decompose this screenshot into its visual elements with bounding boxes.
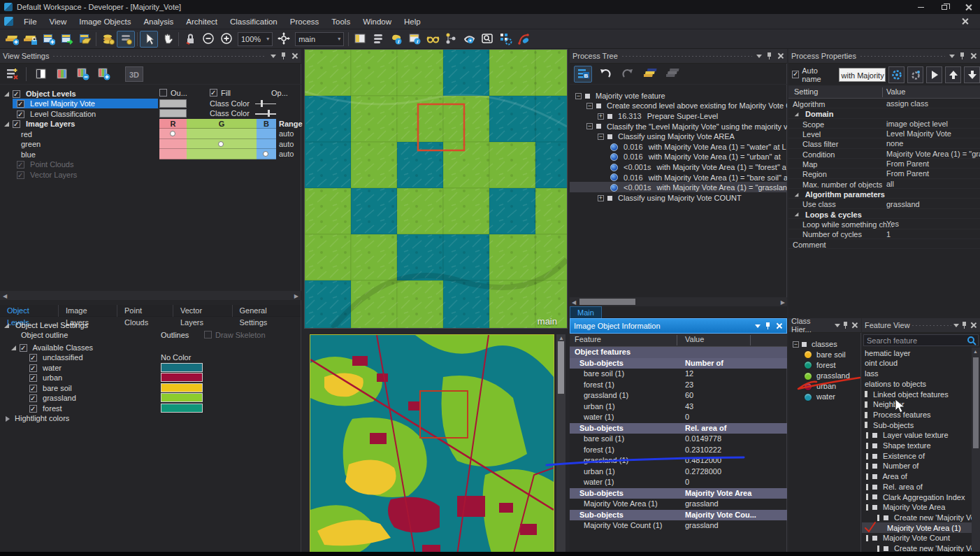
expand-icon[interactable] [4, 122, 9, 127]
close-button[interactable] [956, 0, 980, 14]
column-setting[interactable]: Setting [794, 87, 818, 96]
expand-icon[interactable]: − [575, 93, 582, 99]
save-stack-icon[interactable] [99, 31, 117, 48]
feature-item[interactable]: Layer value texture [862, 430, 972, 441]
pp-group-header[interactable]: Algorithm parameters [788, 189, 980, 199]
close-icon[interactable] [970, 322, 976, 328]
grid-settings-icon[interactable] [496, 31, 514, 48]
process-node[interactable]: − Classify using Majority Vote AREA [570, 131, 787, 141]
feature-item[interactable]: elations to objects [862, 378, 972, 389]
document-close-icon[interactable] [958, 15, 972, 29]
expand-icon[interactable]: − [586, 103, 593, 109]
feature-item[interactable]: Process features [862, 409, 972, 420]
level-checkbox[interactable] [17, 111, 24, 118]
layer-plus-icon[interactable] [94, 66, 113, 83]
feature-item[interactable]: Neighbor [862, 399, 972, 410]
tab-point-clouds[interactable]: Point Clouds [117, 305, 173, 317]
pp-row[interactable]: Algorithmassign class [788, 99, 980, 108]
tab-image-layers[interactable]: Image Layers [59, 305, 117, 317]
close-icon[interactable] [776, 323, 781, 329]
object-levels-checkbox[interactable] [13, 90, 20, 98]
pt-stack-gray-icon[interactable] [663, 66, 682, 83]
panel-menu-icon[interactable] [953, 324, 959, 327]
feature-item[interactable]: oint cloud [862, 358, 972, 369]
ioi-row[interactable]: water (1)0 [570, 412, 787, 423]
view-settings-eye-icon[interactable] [460, 31, 478, 48]
available-classes-checkbox[interactable] [20, 344, 27, 352]
zoom-level-select[interactable]: 100%▾ [238, 32, 273, 46]
ioi-row[interactable]: Majority Vote Area (1)grassland [570, 499, 787, 510]
lock-scene-icon[interactable] [21, 31, 39, 48]
select-cursor-icon[interactable] [140, 31, 158, 48]
vertical-scrollbar[interactable]: ▲ [972, 348, 980, 552]
class-checkbox[interactable] [29, 394, 37, 402]
feature-item[interactable]: Majority Vote Area [862, 502, 972, 513]
ioi-row[interactable]: grassland (1)60 [570, 390, 787, 401]
tab-object-levels[interactable]: Object Levels [0, 305, 59, 317]
pp-row[interactable]: Scopeimage object level [788, 119, 980, 129]
level-checkbox[interactable] [17, 100, 24, 108]
expand-icon[interactable] [4, 323, 9, 328]
process-name-input[interactable]: with Majority V [839, 68, 886, 82]
layer-minus-icon[interactable] [73, 66, 92, 83]
menu-tools[interactable]: Tools [325, 14, 356, 29]
menu-window[interactable]: Window [356, 14, 398, 29]
class-checkbox[interactable] [29, 374, 37, 382]
expand-icon[interactable]: + [598, 195, 604, 201]
lock-tool-icon[interactable] [181, 31, 199, 48]
edit-polygon-icon[interactable] [514, 31, 533, 48]
process-node[interactable]: − Create second level above existing for… [570, 101, 787, 111]
menu-analysis[interactable]: Analysis [137, 14, 180, 29]
pp-group-header[interactable]: Loops & cycles [788, 209, 980, 219]
feature-item[interactable]: Clark Aggregation Index [862, 492, 972, 502]
menu-help[interactable]: Help [398, 14, 427, 29]
channel-cell[interactable] [187, 149, 257, 159]
ioi-row[interactable]: bare soil (1)0.0149778 [570, 434, 787, 445]
expand-icon[interactable]: − [598, 134, 604, 140]
process-node[interactable]: − Classify the "Level Majority Vote" usi… [570, 121, 787, 131]
object-hierarchy-icon[interactable] [442, 31, 460, 48]
ioi-row[interactable]: forest (1)0.2310222 [570, 445, 787, 456]
viewport-vertical-scrollbar[interactable]: ▲ [556, 334, 565, 556]
layer-single-icon[interactable] [31, 66, 50, 83]
pp-row[interactable]: RegionFrom Parent [788, 169, 980, 178]
expand-icon[interactable] [795, 113, 799, 117]
range-value[interactable]: auto [279, 149, 294, 159]
channel-cell[interactable] [159, 129, 187, 139]
map-viewport-majority-vote[interactable]: main [304, 49, 568, 329]
class-item[interactable]: bare soil [788, 349, 861, 359]
pp-row[interactable]: Loop while something ch...Yes [788, 219, 980, 229]
import-table-icon[interactable] [57, 31, 75, 48]
horizontal-scrollbar[interactable]: ◀▶ [570, 297, 787, 306]
channel-cell[interactable] [187, 139, 257, 150]
column-value[interactable]: Value [886, 87, 905, 96]
process-node[interactable]: + 16.313 Prepare Super-Level [570, 111, 787, 121]
feature-item[interactable]: Sub-objects [862, 420, 972, 430]
auto-name-checkbox[interactable] [792, 71, 799, 78]
class-color-swatch[interactable] [161, 393, 203, 402]
class-checkbox[interactable] [29, 364, 37, 372]
zoom-window-icon[interactable] [478, 31, 496, 48]
class-color-swatch[interactable] [161, 373, 203, 382]
panel-menu-icon[interactable] [756, 55, 762, 58]
feature-item[interactable]: Majority Vote Count [862, 533, 972, 543]
feature-item[interactable]: Number of [862, 461, 972, 471]
range-value[interactable]: auto [279, 139, 294, 150]
process-node[interactable]: 0.016 with Majority Vote Area (1) = "wat… [570, 141, 787, 152]
pin-icon[interactable] [767, 52, 772, 59]
class-item[interactable]: water [788, 392, 861, 402]
class-checkbox[interactable] [29, 405, 37, 413]
tab-vector-layers[interactable]: Vector Layers [173, 305, 233, 317]
channel-cell[interactable] [159, 149, 187, 159]
view-rows-icon[interactable] [369, 31, 387, 48]
algorithm-settings-button[interactable] [888, 66, 905, 83]
map-viewport-classification[interactable] [310, 334, 554, 556]
feature-item[interactable]: Rel. area of [862, 481, 972, 492]
channel-cell[interactable] [257, 149, 276, 159]
column-feature[interactable]: Feature [575, 335, 601, 343]
pp-row[interactable]: LevelLevel Majority Vote [788, 129, 980, 138]
pp-row[interactable]: Number of cycles1 [788, 229, 980, 239]
close-icon[interactable] [970, 53, 976, 59]
pin-icon[interactable] [960, 52, 965, 59]
class-checkbox[interactable] [29, 385, 37, 392]
